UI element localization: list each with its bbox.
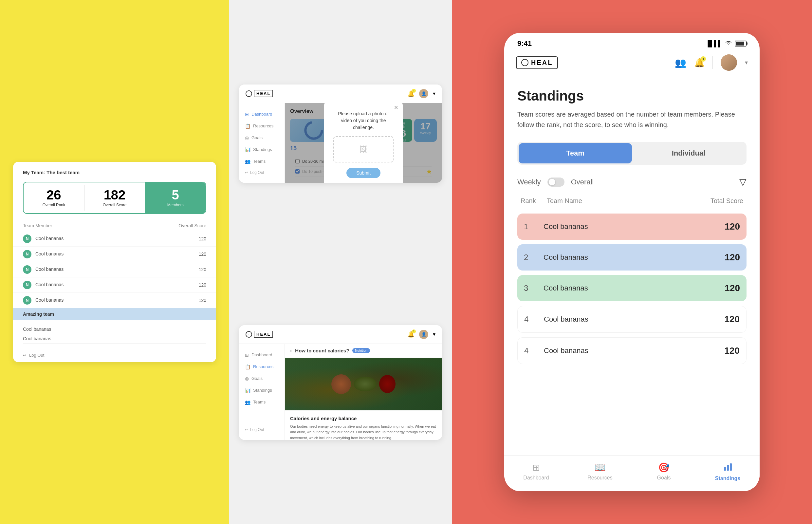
sidebar-item-dashboard-3[interactable]: ⊞ Dashboard <box>239 349 284 361</box>
toggle-left: Weekly Overall <box>517 178 594 187</box>
signal-icon: ▐▌▌▌ <box>706 40 722 47</box>
standings-rows: 1 Cool bananas 120 2 Cool bananas 120 3 … <box>517 214 746 364</box>
sidebar-item-teams-3[interactable]: 👥 Teams <box>239 396 284 408</box>
nav-item-dashboard[interactable]: ⊞ Dashboard <box>504 462 568 481</box>
toggle-row: Weekly Overall ▽ <box>517 177 746 187</box>
sidebar-footer-2[interactable]: ↩ Log Out <box>239 167 285 178</box>
logo-circle-2: ○ <box>246 91 252 97</box>
logout-icon-2: ↩ <box>245 170 248 175</box>
score-cell: 120 <box>127 277 216 293</box>
goals-label-2: Goals <box>251 135 263 140</box>
avatar-3[interactable]: 👤 <box>419 330 428 339</box>
logo-circle-mobile <box>521 59 528 66</box>
sidebar-item-standings-3[interactable]: 📊 Standings <box>239 384 284 396</box>
upload-area[interactable]: 🖼 <box>333 136 394 162</box>
tab-team[interactable]: Team <box>519 143 632 163</box>
member-cell: N Cool bananas <box>13 247 127 262</box>
sidebar-item-teams-2[interactable]: 👥 Teams <box>239 155 284 167</box>
nav-item-goals[interactable]: 🎯 Goals <box>632 462 696 481</box>
status-time: 9:41 <box>517 39 532 48</box>
resources-icon-2: 📋 <box>245 124 250 129</box>
tab-row: Team Individual <box>517 142 746 165</box>
team-stats: 26 Overall Rank 182 Overall Score 5 Memb… <box>23 182 206 214</box>
mobile-header: HEAL 👥 🔔 1 ▾ <box>504 51 760 76</box>
battery-icon <box>735 40 746 47</box>
card-teams-footer: Cool bananas Cool bananas <box>13 320 216 348</box>
heal-logo-2: ○ HEAL <box>246 90 273 97</box>
sidebar-2: ⊞ Dashboard 📋 Resources ◎ Goals 📊 Standi… <box>239 103 285 183</box>
resource-header: ‹ How to count calories? Nutrition <box>285 344 442 358</box>
upload-icon: 🖼 <box>360 145 367 154</box>
score-cell: 120 <box>127 293 216 308</box>
sidebar-item-resources-2[interactable]: 📋 Resources <box>239 120 284 132</box>
card-teams-header: My Team: The best team <box>13 162 216 179</box>
sidebar-item-resources-3[interactable]: 📋 Resources <box>239 361 284 373</box>
modal-close-button[interactable]: ✕ <box>394 104 398 111</box>
sidebar-item-standings-2[interactable]: 📊 Standings <box>239 144 284 155</box>
row-score: 120 <box>725 283 740 293</box>
tab-individual[interactable]: Individual <box>632 143 745 163</box>
sidebar-item-dashboard-2[interactable]: ⊞ Dashboard <box>239 109 284 120</box>
nav-dashboard-label: Dashboard <box>523 475 549 481</box>
log-out-1[interactable]: ↩ Log Out <box>13 348 216 362</box>
goals-label-3: Goals <box>251 376 263 381</box>
nav-resources-label: Resources <box>587 475 612 481</box>
resources-label-3: Resources <box>253 364 274 369</box>
notification-icon-3[interactable]: 🔔 1 <box>407 331 415 338</box>
member-name: Cool bananas <box>35 251 64 257</box>
sidebar-item-goals-3[interactable]: ◎ Goals <box>239 373 284 384</box>
standings-description: Team scores are averaged based on the nu… <box>517 109 746 130</box>
chevron-3: ▾ <box>433 331 435 337</box>
app-body-3: ⊞ Dashboard 📋 Resources ◎ Goals 📊 Standi… <box>239 344 442 440</box>
sidebar-footer-3[interactable]: ↩ Log Out <box>239 424 285 435</box>
toggle-switch[interactable] <box>547 178 564 187</box>
col-score-header: Total Score <box>711 197 743 205</box>
resources-icon-3: 📋 <box>245 364 250 370</box>
sidebar-3: ⊞ Dashboard 📋 Resources ◎ Goals 📊 Standi… <box>239 344 285 440</box>
svg-rect-4 <box>730 463 732 471</box>
row-name: Cool bananas <box>544 223 725 231</box>
dashboard-icon-3: ⊞ <box>245 353 249 358</box>
resources-card: ○ HEAL 🔔 1 👤 ▾ ⊞ Dashboard 📋 <box>239 325 442 440</box>
row-score: 120 <box>724 314 740 325</box>
wifi-icon <box>725 40 732 47</box>
back-arrow-icon[interactable]: ‹ <box>290 348 292 354</box>
row-name: Cool bananas <box>544 284 725 293</box>
main-content-3: ‹ How to count calories? Nutrition <box>285 344 442 440</box>
logout-icon-3: ↩ <box>245 427 248 432</box>
col-member: Team Member <box>13 220 127 231</box>
notification-mobile[interactable]: 🔔 1 <box>694 58 705 68</box>
avatar-mobile[interactable] <box>720 54 737 71</box>
row-rank: 4 <box>524 346 544 355</box>
member-avatar: N <box>23 265 31 274</box>
logout-label-3: Log Out <box>250 427 264 432</box>
standings-icon-2: 📊 <box>245 147 250 152</box>
weekly-label: Weekly <box>517 178 541 186</box>
table-row: N Cool bananas 120 <box>13 262 216 277</box>
member-name: Cool bananas <box>35 297 64 302</box>
header-actions-2: 🔔 1 👤 ▾ <box>407 89 435 98</box>
sidebar-item-goals-2[interactable]: ◎ Goals <box>239 132 284 144</box>
member-avatar: N <box>23 250 31 258</box>
nav-standings-label: Standings <box>715 476 740 481</box>
upload-modal-overlay: ✕ Please upload a photo or video of you … <box>285 103 442 183</box>
teams-icon-3: 👥 <box>245 399 250 405</box>
nav-item-resources[interactable]: 📖 Resources <box>568 462 632 481</box>
standings-table-header: Rank Team Name Total Score <box>517 197 746 208</box>
submit-button[interactable]: Submit <box>346 168 380 178</box>
notification-icon-2[interactable]: 🔔 1 <box>407 90 415 97</box>
mobile-header-actions: 👥 🔔 1 ▾ <box>675 54 748 71</box>
col-name-header: Team Name <box>547 197 711 205</box>
nav-dashboard-icon: ⊞ <box>532 462 540 473</box>
team-name: The best team <box>47 170 80 175</box>
mobile-bottom-nav: ⊞ Dashboard 📖 Resources 🎯 Goals <box>504 455 760 491</box>
nav-item-standings[interactable]: Standings <box>696 462 760 481</box>
log-out-icon: ↩ <box>23 353 27 358</box>
filter-icon[interactable]: ▽ <box>739 177 746 187</box>
avatar-2[interactable]: 👤 <box>419 89 428 98</box>
standings-title: Standings <box>517 88 746 104</box>
header-actions-3: 🔔 1 👤 ▾ <box>407 330 435 339</box>
standings-row: 4 Cool bananas 120 <box>517 337 746 364</box>
standings-row: 2 Cool bananas 120 <box>517 244 746 271</box>
resources-label-2: Resources <box>253 124 274 128</box>
